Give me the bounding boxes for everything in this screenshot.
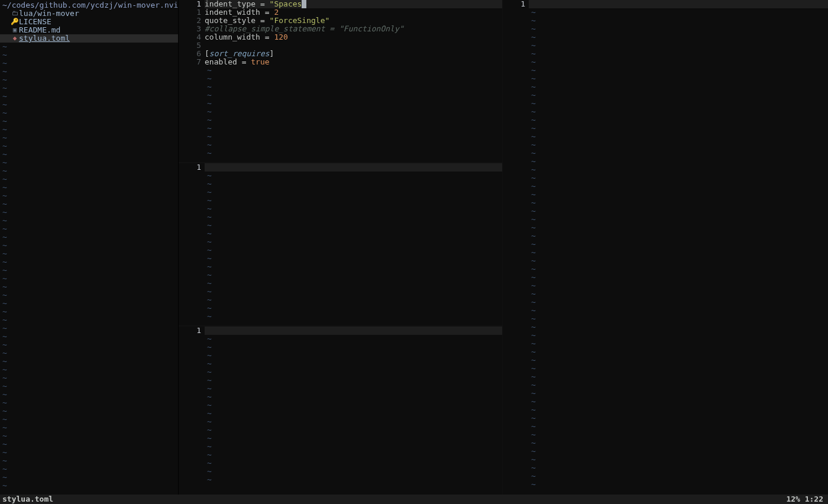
empty-line-marker: ~: [2, 366, 178, 374]
empty-line-marker: ~: [207, 418, 502, 426]
line-number-gutter: 1: [179, 163, 205, 325]
line-number: 1: [179, 163, 201, 172]
empty-line-marker: ~: [2, 134, 178, 142]
code-line[interactable]: quote_style = "ForceSingle": [205, 17, 502, 25]
file-tree-item[interactable]: 🔑LICENSE: [0, 18, 178, 26]
empty-line-marker: ~: [2, 192, 178, 200]
editor-empty-lines: ~~~~~~~~~~~~~~~~~~~~~~~~~~~~~~~~~~~~~~~~…: [529, 8, 828, 489]
empty-line-marker: ~: [531, 447, 828, 455]
empty-line-marker: ~: [531, 157, 828, 166]
current-line[interactable]: indent_type = "Spaces: [205, 0, 502, 8]
code-token: indent_width: [205, 8, 265, 17]
empty-line-marker: ~: [207, 279, 502, 287]
empty-line-marker: ~: [531, 25, 828, 33]
editor-empty-lines: ~~~~~~~~~~~~~~~~~~: [205, 335, 502, 484]
empty-line-marker: ~: [2, 142, 178, 150]
code-token: sort_requires: [209, 49, 270, 58]
editor-pane-right[interactable]: 1 ~~~~~~~~~~~~~~~~~~~~~~~~~~~~~~~~~~~~~~…: [503, 0, 828, 495]
code-line[interactable]: indent_width = 2: [205, 8, 502, 17]
empty-line-marker: ~: [2, 92, 178, 101]
statusbar: stylua.toml 12% 1:22: [0, 495, 828, 504]
empty-line-marker: ~: [531, 298, 828, 306]
code-line[interactable]: column_width = 120: [205, 33, 502, 41]
empty-line-marker: ~: [531, 356, 828, 364]
empty-line-marker: ~: [2, 233, 178, 241]
empty-line-marker: ~: [2, 43, 178, 51]
code-token: true: [251, 57, 269, 66]
editor-pane-mid[interactable]: 1 ~~~~~~~~~~~~~~~~~~: [179, 163, 502, 327]
code-area[interactable]: ~~~~~~~~~~~~~~~~~~~~~~~~~~~~~~~~~~~~~~~~…: [529, 0, 828, 495]
empty-line-marker: ~: [531, 472, 828, 480]
editor-empty-lines: ~~~~~~~~~~~~~~~~~~: [205, 172, 502, 321]
empty-line-marker: ~: [531, 414, 828, 422]
empty-line-marker: ~: [531, 248, 828, 257]
empty-line-marker: ~: [531, 331, 828, 340]
editor-pane-main[interactable]: 11234567 indent_type = "Spacesindent_wid…: [179, 0, 502, 163]
empty-line-marker: ~: [2, 382, 178, 390]
code-area[interactable]: indent_type = "Spacesindent_width = 2quo…: [205, 0, 502, 162]
empty-line-marker: ~: [2, 432, 178, 440]
empty-line-marker: ~: [207, 238, 502, 246]
empty-line-marker: ~: [2, 200, 178, 208]
empty-line-marker: ~: [2, 465, 178, 473]
empty-line-marker: ~: [2, 332, 178, 341]
code-area[interactable]: ~~~~~~~~~~~~~~~~~~: [205, 163, 502, 325]
file-tree-item-label: lua/win-mover: [19, 9, 79, 18]
empty-line-marker: ~: [531, 108, 828, 116]
empty-line-marker: ~: [531, 99, 828, 108]
code-token: "ForceSingle": [270, 16, 330, 25]
empty-line-marker: ~: [531, 389, 828, 398]
empty-line-marker: ~: [531, 66, 828, 75]
editor-pane-bottom[interactable]: 1 ~~~~~~~~~~~~~~~~~~: [179, 327, 502, 495]
code-line[interactable]: [205, 41, 502, 50]
file-tree-item-label: LICENSE: [19, 18, 51, 26]
empty-line-marker: ~: [2, 258, 178, 266]
empty-line-marker: ~: [531, 17, 828, 25]
empty-line-marker: ~: [2, 117, 178, 125]
empty-line-marker: ~: [531, 455, 828, 464]
file-tree-item[interactable]: ▣README.md: [0, 26, 178, 34]
empty-line-marker: ~: [207, 296, 502, 304]
file-tree-list: 🗀lua/win-mover🔑LICENSE▣README.md◆stylua.…: [0, 9, 178, 43]
empty-line-marker: ~: [207, 360, 502, 368]
empty-line-marker: ~: [207, 66, 502, 75]
empty-line-marker: ~: [2, 208, 178, 217]
empty-line-marker: ~: [531, 75, 828, 83]
code-line[interactable]: enabled = true: [205, 58, 502, 66]
line-number-gutter: 1: [179, 327, 205, 495]
empty-line-marker: ~: [207, 230, 502, 238]
empty-line-marker: ~: [531, 381, 828, 389]
code-token: #collapse_simple_statement = "FunctionOn…: [205, 24, 404, 33]
empty-line-marker: ~: [2, 84, 178, 92]
empty-line-marker: ~: [531, 406, 828, 414]
empty-line-marker: ~: [2, 415, 178, 424]
empty-line-marker: ~: [207, 368, 502, 376]
line-number: 4: [179, 33, 201, 41]
empty-line-marker: ~: [531, 116, 828, 124]
empty-line-marker: ~: [2, 159, 178, 167]
empty-line-marker: ~: [207, 343, 502, 351]
empty-line-marker: ~: [207, 141, 502, 149]
code-area[interactable]: ~~~~~~~~~~~~~~~~~~: [205, 327, 502, 495]
empty-line-marker: ~: [531, 207, 828, 215]
empty-line-marker: ~: [207, 467, 502, 476]
empty-line-marker: ~: [207, 459, 502, 467]
code-line[interactable]: [sort_requires]: [205, 50, 502, 58]
code-token: "Spaces: [270, 0, 302, 8]
empty-line-marker: ~: [207, 287, 502, 296]
file-tree-item[interactable]: 🗀lua/win-mover: [0, 9, 178, 18]
empty-line-marker: ~: [531, 149, 828, 157]
empty-line-marker: ~: [2, 357, 178, 366]
cursor: [302, 0, 306, 8]
empty-line-marker: ~: [207, 133, 502, 141]
empty-line-marker: ~: [207, 312, 502, 321]
empty-line-marker: ~: [531, 33, 828, 41]
empty-line-marker: ~: [531, 480, 828, 489]
empty-line-marker: ~: [531, 166, 828, 174]
code-token: =: [260, 16, 270, 25]
empty-line-marker: ~: [531, 50, 828, 58]
file-tree-item[interactable]: ◆stylua.toml: [0, 34, 178, 43]
current-line: [529, 0, 828, 8]
empty-line-marker: ~: [207, 409, 502, 418]
code-line[interactable]: #collapse_simple_statement = "FunctionOn…: [205, 25, 502, 33]
